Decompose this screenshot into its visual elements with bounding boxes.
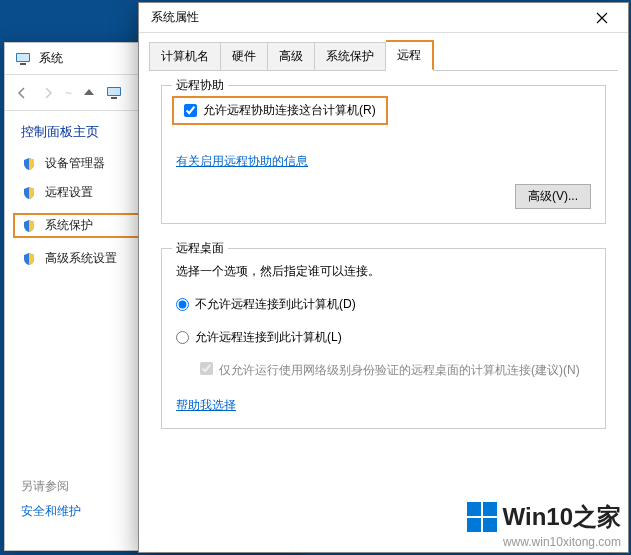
monitor-breadcrumb-icon xyxy=(106,85,122,101)
allow-remote-assist-checkbox-row[interactable]: 允许远程协助连接这台计算机(R) xyxy=(172,96,388,125)
shield-icon xyxy=(21,156,37,172)
forward-icon[interactable] xyxy=(39,84,57,102)
tabs-row: 计算机名 硬件 高级 系统保护 远程 xyxy=(139,33,628,70)
shield-icon xyxy=(21,251,37,267)
tab-system-protection[interactable]: 系统保护 xyxy=(315,42,386,71)
svg-rect-2 xyxy=(20,63,26,65)
allow-remote-assist-checkbox[interactable] xyxy=(184,104,197,117)
close-button[interactable] xyxy=(582,4,622,32)
shield-icon xyxy=(21,218,37,234)
help-me-choose-link[interactable]: 帮助我选择 xyxy=(176,398,236,412)
nav-separator: ~ xyxy=(65,86,72,100)
tab-advanced[interactable]: 高级 xyxy=(268,42,315,71)
sidebar-item-label: 远程设置 xyxy=(45,184,93,201)
remote-assist-legend: 远程协助 xyxy=(172,77,228,94)
system-footer: 另请参阅 安全和维护 xyxy=(21,478,81,520)
remote-assist-info-link[interactable]: 有关启用远程协助的信息 xyxy=(176,154,308,168)
tab-hardware[interactable]: 硬件 xyxy=(221,42,268,71)
svg-rect-5 xyxy=(111,97,117,99)
dialog-content: 远程协助 允许远程协助连接这台计算机(R) 有关启用远程协助的信息 高级(V).… xyxy=(149,70,618,542)
remote-assist-group: 远程协助 允许远程协助连接这台计算机(R) 有关启用远程协助的信息 高级(V).… xyxy=(161,85,606,224)
dialog-titlebar: 系统属性 xyxy=(139,3,628,33)
nla-checkbox-label: 仅允许运行使用网络级别身份验证的远程桌面的计算机连接(建议)(N) xyxy=(219,362,580,379)
radio-disallow-row[interactable]: 不允许远程连接到此计算机(D) xyxy=(176,296,591,313)
radio-disallow-label: 不允许远程连接到此计算机(D) xyxy=(195,296,356,313)
footer-link-security[interactable]: 安全和维护 xyxy=(21,503,81,520)
remote-desktop-help: 选择一个选项，然后指定谁可以连接。 xyxy=(176,263,591,280)
close-icon xyxy=(596,12,608,24)
sidebar-item-label: 设备管理器 xyxy=(45,155,105,172)
radio-allow-label: 允许远程连接到此计算机(L) xyxy=(195,329,342,346)
nla-checkbox xyxy=(200,362,213,375)
remote-desktop-group: 远程桌面 选择一个选项，然后指定谁可以连接。 不允许远程连接到此计算机(D) 允… xyxy=(161,248,606,429)
monitor-icon xyxy=(15,51,31,67)
radio-disallow[interactable] xyxy=(176,298,189,311)
svg-rect-1 xyxy=(17,54,29,61)
svg-rect-4 xyxy=(108,88,120,95)
dialog-title: 系统属性 xyxy=(151,9,199,26)
footer-heading: 另请参阅 xyxy=(21,478,81,495)
radio-allow-row[interactable]: 允许远程连接到此计算机(L) xyxy=(176,329,591,346)
remote-desktop-legend: 远程桌面 xyxy=(172,240,228,257)
radio-allow[interactable] xyxy=(176,331,189,344)
back-icon[interactable] xyxy=(13,84,31,102)
sidebar-item-label: 高级系统设置 xyxy=(45,250,117,267)
advanced-button[interactable]: 高级(V)... xyxy=(515,184,591,209)
shield-icon xyxy=(21,185,37,201)
allow-remote-assist-label: 允许远程协助连接这台计算机(R) xyxy=(203,102,376,119)
up-icon[interactable] xyxy=(80,84,98,102)
tab-computer-name[interactable]: 计算机名 xyxy=(149,42,221,71)
sidebar-item-label: 系统保护 xyxy=(45,217,93,234)
tab-remote[interactable]: 远程 xyxy=(386,40,434,71)
system-window-title: 系统 xyxy=(39,50,63,67)
nla-checkbox-row: 仅允许运行使用网络级别身份验证的远程桌面的计算机连接(建议)(N) xyxy=(200,362,591,379)
system-properties-dialog: 系统属性 计算机名 硬件 高级 系统保护 远程 远程协助 允许远程协助连接这台计… xyxy=(138,2,629,553)
